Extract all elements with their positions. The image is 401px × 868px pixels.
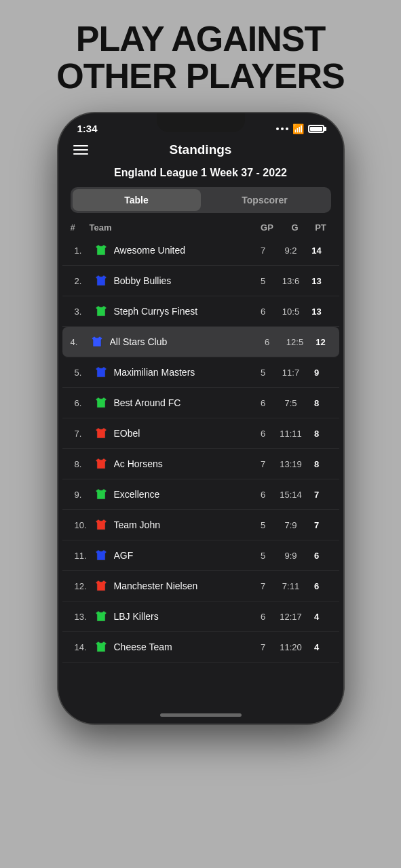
col-header-gp: GP [255, 222, 280, 233]
jersey-icon [94, 426, 109, 441]
jersey-icon [94, 517, 109, 532]
jersey-icon [94, 639, 109, 654]
row-rank: 13. [75, 612, 94, 622]
row-pt: 4 [307, 642, 327, 652]
tab-bar: Table Topscorer [71, 187, 331, 213]
jersey-icon [94, 487, 109, 502]
team-name: Bobby Bullies [114, 275, 251, 286]
jersey-icon [94, 456, 109, 471]
row-gp: 6 [251, 307, 275, 317]
row-g: 7:5 [275, 398, 307, 408]
jersey-icon [90, 334, 104, 349]
row-pt: 12 [311, 337, 331, 347]
row-pt: 8 [307, 459, 327, 469]
row-pt: 13 [307, 307, 327, 317]
row-rank: 8. [75, 459, 94, 469]
row-g: 11:11 [275, 429, 307, 439]
battery-icon [308, 125, 324, 133]
menu-button[interactable] [73, 145, 88, 155]
league-title: England League 1 Week 37 - 2022 [58, 161, 343, 187]
row-g: 11:20 [275, 642, 307, 652]
table-header: # Team GP G PT [58, 220, 343, 235]
status-icons: 📶 [276, 123, 324, 134]
row-rank: 2. [75, 276, 94, 286]
row-gp: 5 [251, 276, 275, 286]
team-name: Steph Currys Finest [114, 306, 251, 317]
row-g: 15:14 [275, 490, 307, 500]
row-gp: 7 [251, 459, 275, 469]
row-gp: 6 [251, 612, 275, 622]
table-row[interactable]: 6. Best Around FC 6 7:5 8 [62, 388, 339, 418]
row-gp: 7 [251, 245, 275, 256]
row-pt: 6 [307, 581, 327, 591]
row-pt: 7 [307, 520, 327, 530]
wifi-icon: 📶 [292, 123, 304, 134]
row-g: 12:17 [275, 612, 307, 622]
row-g: 11:7 [275, 368, 307, 378]
hero-title: PLAY AGAINST OTHER PLAYERS [0, 20, 401, 94]
row-gp: 5 [251, 520, 275, 530]
table-row[interactable]: 5. Maximilian Masters 5 11:7 9 [62, 357, 339, 388]
home-indicator [160, 713, 242, 717]
row-rank: 11. [75, 551, 94, 561]
row-pt: 9 [307, 368, 327, 378]
row-rank: 10. [75, 520, 94, 530]
screen-title: Standings [170, 142, 232, 157]
app-header: Standings [58, 137, 343, 161]
row-pt: 4 [307, 612, 327, 622]
row-pt: 6 [307, 551, 327, 561]
phone-notch [157, 113, 245, 132]
hamburger-line [73, 145, 88, 146]
team-name: Excellence [114, 489, 251, 500]
row-rank: 6. [75, 398, 94, 408]
jersey-icon [94, 304, 109, 319]
tab-table[interactable]: Table [73, 189, 201, 211]
team-name: Best Around FC [114, 397, 251, 408]
table-row[interactable]: 3. Steph Currys Finest 6 10:5 13 [62, 296, 339, 327]
row-g: 9:2 [275, 245, 307, 256]
row-pt: 13 [307, 276, 327, 286]
table-row[interactable]: 2. Bobby Bullies 5 13:6 13 [62, 266, 339, 296]
team-name: Ac Horsens [114, 458, 251, 469]
jersey-icon [94, 273, 109, 288]
phone-mockup: 1:34 📶 Standings En [58, 113, 343, 724]
row-g: 7:11 [275, 581, 307, 591]
team-name: LBJ Killers [114, 611, 251, 622]
team-name: Maximilian Masters [114, 367, 251, 378]
team-name: EObel [114, 428, 251, 439]
team-name: Team John [114, 519, 251, 530]
table-row[interactable]: 14. Cheese Team 7 11:20 4 [62, 632, 339, 663]
table-row[interactable]: 4. All Stars Club 6 12:5 12 [62, 327, 339, 357]
row-rank: 9. [75, 490, 94, 500]
table-row[interactable]: 8. Ac Horsens 7 13:19 8 [62, 449, 339, 479]
table-row[interactable]: 12. Manchester Nielsen 7 7:11 6 [62, 571, 339, 601]
col-header-pt: PT [311, 222, 331, 233]
row-rank: 14. [75, 642, 94, 652]
table-row[interactable]: 11. AGF 5 9:9 6 [62, 540, 339, 571]
row-g: 13:6 [275, 276, 307, 286]
battery-fill [310, 127, 322, 131]
table-row[interactable]: 7. EObel 6 11:11 8 [62, 418, 339, 449]
table-row[interactable]: 9. Excellence 6 15:14 7 [62, 479, 339, 510]
table-row[interactable]: 1. Awesome United 7 9:2 14 [62, 235, 339, 266]
row-gp: 6 [251, 398, 275, 408]
table-row[interactable]: 13. LBJ Killers 6 12:17 4 [62, 601, 339, 632]
jersey-icon [94, 578, 109, 593]
hamburger-line [73, 153, 88, 155]
tab-topscorer[interactable]: Topscorer [201, 189, 329, 211]
signal-dot [286, 127, 288, 130]
row-rank: 7. [75, 429, 94, 439]
hamburger-line [73, 149, 88, 151]
jersey-icon [94, 609, 109, 624]
team-name: All Stars Club [110, 336, 255, 347]
team-name: AGF [114, 550, 251, 561]
jersey-icon [94, 548, 109, 563]
row-gp: 7 [251, 642, 275, 652]
row-gp: 7 [251, 581, 275, 591]
row-rank: 1. [75, 245, 94, 256]
signal-icon [276, 127, 288, 130]
row-g: 10:5 [275, 307, 307, 317]
row-rank: 12. [75, 581, 94, 591]
table-row[interactable]: 10. Team John 5 7:9 7 [62, 510, 339, 540]
standings-table: 1. Awesome United 7 9:2 14 2. Bobby Bull… [58, 235, 343, 724]
